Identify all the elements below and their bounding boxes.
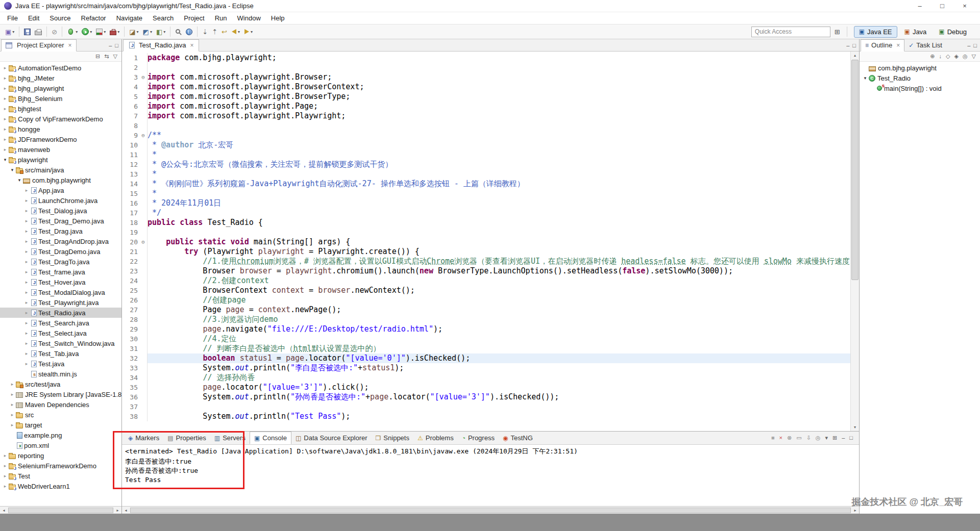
code-line-23[interactable]: 23 Browser browser = playwright.chromium… <box>122 266 850 276</box>
tree-item-com-bjhg-playwright[interactable]: ▾com.bjhg.playwright <box>0 175 121 185</box>
tab-snippets[interactable]: ❒Snippets <box>372 432 413 444</box>
minimize-view-button[interactable]: – <box>967 42 970 48</box>
tree-item-copy-of-vipframeworkdemo[interactable]: ▸Copy of VipFrameworkDemo <box>0 114 121 124</box>
tree-item-test-dialog-java[interactable]: ▸Test_Dialog.java <box>0 206 121 216</box>
toolbar-back-button[interactable]: ▾ <box>230 27 241 36</box>
tree-item-maven-dependencies[interactable]: ▸Maven Dependencies <box>0 399 121 410</box>
tree-item-bjhg-selenium[interactable]: ▸Bjhg_Selenium <box>0 93 121 104</box>
code-line-33[interactable]: 33 System.out.println("李白是否被选中:"+status1… <box>122 363 850 373</box>
tree-item-test-playwright-java[interactable]: ▸Test_Playwright.java <box>0 297 121 308</box>
tree-item-seleniumframeworkdemo[interactable]: ▸SeleniumFrameworkDemo <box>0 461 121 471</box>
code-line-12[interactable]: 12 * @公众号:北京宏哥（微信搜索，关注宏哥，提前解锁更多测试干货） <box>122 160 850 169</box>
collapse-arrow-icon[interactable]: ▾ <box>16 178 23 183</box>
expand-arrow-icon[interactable]: ▸ <box>23 269 30 274</box>
toolbar-new-java-ee-project-button[interactable]: ◪▾ <box>128 28 140 36</box>
tree-item-test-dragdemo-java[interactable]: ▸Test_DragDemo.java <box>0 246 121 257</box>
expand-arrow-icon[interactable]: ▸ <box>23 259 30 264</box>
expand-arrow-icon[interactable]: ▸ <box>9 422 16 427</box>
toolbar-coverage-button[interactable]: ▾ <box>94 28 107 36</box>
code-line-37[interactable]: 37 <box>122 402 850 412</box>
tab-test-radio-java[interactable]: Test_Radio.java × <box>123 39 199 52</box>
scrollbar-thumb[interactable] <box>130 508 851 513</box>
hide-fields-icon[interactable]: ◇ <box>946 54 950 59</box>
minimize-window-button[interactable]: – <box>909 0 931 12</box>
tree-item-test-hover-java[interactable]: ▸Test_Hover.java <box>0 277 121 287</box>
scroll-down-icon[interactable]: ▾ <box>851 423 859 431</box>
expand-arrow-icon[interactable]: ▸ <box>2 147 9 152</box>
expand-arrow-icon[interactable]: ▸ <box>2 473 9 478</box>
code-editor[interactable]: 1package com.bjhg.playwright;23⊖import c… <box>122 52 859 431</box>
toolbar-next-annotation-button[interactable]: ⇣ <box>201 28 209 36</box>
terminate-icon[interactable]: ■ <box>771 435 775 441</box>
project-tree-hscrollbar[interactable]: ◂ ▸ <box>0 506 121 514</box>
scroll-left-icon[interactable]: ◂ <box>122 508 130 513</box>
close-icon[interactable]: × <box>896 42 900 49</box>
toolbar-java-search-button[interactable] <box>174 28 183 36</box>
menu-project[interactable]: Project <box>179 12 209 24</box>
maximize-view-button[interactable]: □ <box>852 42 856 48</box>
code-line-6[interactable]: 6import com.microsoft.playwright.Page; <box>122 102 850 111</box>
hide-non-public-icon[interactable]: ◎ <box>963 54 968 59</box>
tree-item-src-main-java[interactable]: ▾src/main/java <box>0 165 121 175</box>
remove-launch-icon[interactable]: × <box>779 435 782 441</box>
menu-search[interactable]: Search <box>148 12 179 24</box>
toolbar-new-servlet-button[interactable]: ◩▾ <box>141 28 154 36</box>
maximize-view-button[interactable]: □ <box>973 42 977 48</box>
menu-help[interactable]: Help <box>266 12 290 24</box>
tree-item-src[interactable]: ▸src <box>0 410 121 420</box>
expand-arrow-icon[interactable]: ▸ <box>2 127 9 132</box>
expand-arrow-icon[interactable]: ▸ <box>23 218 30 223</box>
code-line-31[interactable]: 31 // 判断李白是否被选中（html默认设置是选中的） <box>122 344 850 353</box>
tab-problems[interactable]: ⚠Problems <box>413 432 458 444</box>
expand-arrow-icon[interactable]: ▸ <box>23 188 30 193</box>
expand-arrow-icon[interactable]: ▸ <box>2 137 9 142</box>
code-line-14[interactable]: 14 * 《刚刚问世》系列初窥篇-Java+Playwright自动化测试-27… <box>122 179 850 189</box>
tree-item-reporting[interactable]: ▸reporting <box>0 450 121 461</box>
outline-item-test-radio[interactable]: ▾Test_Radio <box>860 73 980 83</box>
expand-arrow-icon[interactable]: ▸ <box>2 86 9 91</box>
scroll-up-icon[interactable]: ▴ <box>851 52 859 59</box>
display-selected-console-icon[interactable]: ▾ <box>825 435 828 441</box>
code-line-21[interactable]: 21 try (Playwright playwright = Playwrig… <box>122 247 850 257</box>
tree-item-test[interactable]: ▸Test <box>0 471 121 481</box>
toolbar-save-button[interactable] <box>22 28 32 36</box>
tree-item-test-java[interactable]: ▸Test.java <box>0 359 121 369</box>
expand-arrow-icon[interactable]: ▸ <box>23 300 30 305</box>
expand-arrow-icon[interactable]: ▸ <box>23 320 30 325</box>
perspective-debug[interactable]: ▣Debug <box>934 26 972 38</box>
close-icon[interactable]: × <box>68 42 71 49</box>
code-line-20[interactable]: 20⊖ public static void main(String[] arg… <box>122 237 850 247</box>
fold-collapse-icon[interactable]: ⊖ <box>139 72 148 82</box>
tree-item-test-modaldialog-java[interactable]: ▸Test_ModalDialog.java <box>0 287 121 297</box>
expand-arrow-icon[interactable]: ▸ <box>23 229 30 234</box>
expand-arrow-icon[interactable]: ▸ <box>2 484 9 489</box>
code-line-38[interactable]: 38 System.out.println("Test Pass"); <box>122 412 850 421</box>
menu-file[interactable]: File <box>2 12 23 24</box>
fold-collapse-icon[interactable]: ⊖ <box>139 237 148 247</box>
toolbar-last-edit-location-button[interactable]: ↩ <box>220 28 229 36</box>
expand-arrow-icon[interactable]: ▸ <box>23 198 30 203</box>
tab-testng[interactable]: ◉TestNG <box>499 432 537 444</box>
view-menu-icon[interactable]: ▽ <box>113 54 117 59</box>
expand-all-icon[interactable]: ⊕ <box>930 54 935 59</box>
outline-item-com-bjhg-playwright[interactable]: com.bjhg.playwright <box>860 63 980 73</box>
code-line-13[interactable]: 13 * <box>122 169 850 179</box>
minimize-view-button[interactable]: – <box>109 42 112 48</box>
expand-arrow-icon[interactable]: ▸ <box>23 290 30 295</box>
maximize-view-icon[interactable]: □ <box>849 435 853 441</box>
expand-arrow-icon[interactable]: ▸ <box>9 382 16 387</box>
tree-item-test-tab-java[interactable]: ▸Test_Tab.java <box>0 348 121 359</box>
code-line-29[interactable]: 29 page.navigate("file:///E:/Desktop/tes… <box>122 324 850 334</box>
outline-item-main-string-void[interactable]: main(String[]) : void <box>860 83 980 93</box>
tree-item-jdframeworkdemo[interactable]: ▸JDFrameworkDemo <box>0 134 121 144</box>
code-line-24[interactable]: 24 //2.创建context <box>122 276 850 286</box>
code-line-1[interactable]: 1package com.bjhg.playwright; <box>122 53 850 63</box>
expand-arrow-icon[interactable]: ▸ <box>9 392 16 397</box>
code-line-28[interactable]: 28 //3.浏览器访问demo <box>122 315 850 324</box>
tree-item-mavenweb[interactable]: ▸mavenweb <box>0 144 121 155</box>
code-line-4[interactable]: 4import com.microsoft.playwright.Browser… <box>122 82 850 92</box>
tree-item-target[interactable]: ▸target <box>0 420 121 430</box>
tree-item-bjhg-jmeter[interactable]: ▸bjhg_JMeter <box>0 73 121 83</box>
code-line-2[interactable]: 2 <box>122 63 850 72</box>
close-window-button[interactable]: × <box>953 0 976 12</box>
